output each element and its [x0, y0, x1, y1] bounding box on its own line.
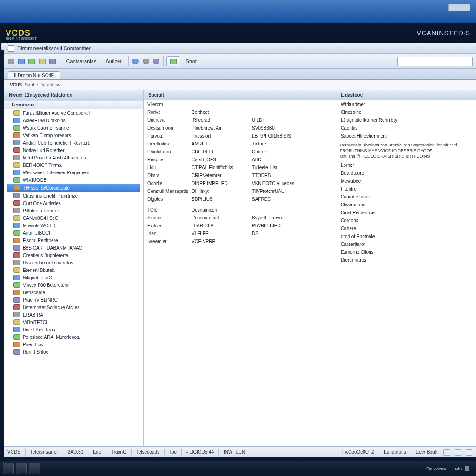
prop-key: Dicettoilos:	[144, 140, 188, 148]
tree-item[interactable]: CANvx0G4 Il5eC	[4, 214, 143, 222]
tree-item[interactable]: BERMOICT Titrms.	[4, 161, 143, 169]
tree-item[interactable]: Polbsisee ARAi Murerleoos.	[4, 333, 143, 341]
tree-item-label: B8S CARTIDABANMPANAC.	[23, 245, 84, 251]
task-button-3[interactable]	[29, 463, 40, 474]
prop-key: Parvea:	[144, 132, 188, 140]
item-icon	[13, 125, 20, 131]
tree-item[interactable]: Clıpsı ins Unetil Prunrtmze	[4, 192, 143, 199]
tree-item[interactable]: Uive FlhcıTteos.	[4, 326, 143, 333]
toolbar-btn-3[interactable]	[27, 56, 36, 66]
tree-item-label: Vafiken Cinmplroreaors.	[23, 133, 73, 138]
tree-item[interactable]: Usternrstet Sotiacue Atclies	[4, 304, 143, 311]
prop-value: LIIARIC6P	[188, 222, 248, 230]
taskbar-text: Fm volvice lit linatrr	[426, 466, 462, 471]
prop-key: Oonrile	[144, 179, 188, 187]
toolbar-btn-2[interactable]	[17, 56, 26, 66]
tree-item[interactable]: Betrscarce	[4, 289, 143, 296]
prop-key: TOle	[144, 206, 188, 214]
sub-header: VC0S Sanhe Daranblss	[4, 80, 476, 90]
toolbar-btn-1[interactable]	[7, 56, 15, 66]
tree-item[interactable]: Etenenl Bbutak.	[4, 266, 143, 274]
tree-item-label: VıBnłTETCL	[23, 320, 49, 325]
prop-key: Phiotstaren	[144, 148, 188, 156]
tree-item[interactable]: Oreatieus Bughiererte.	[4, 251, 143, 259]
status-item: TrusnG	[111, 450, 126, 455]
tree-item[interactable]: B8S CARTIDABANMPANAC.	[4, 244, 143, 251]
tree-item[interactable]: Andiar Ceb Temeretic: I Resrtert.	[4, 139, 143, 146]
toolbar-btn-4[interactable]	[38, 56, 46, 66]
tree-item[interactable]: THrssel Si/Corsioteate	[7, 184, 140, 192]
tree-item[interactable]: V'ıwex F00 Betorutem.	[4, 281, 143, 289]
tree-item-label: Andiar Ceb Temeretic: I Resrtert.	[23, 140, 90, 145]
status-button[interactable]	[443, 449, 450, 456]
prop-value: Tinture:	[248, 140, 336, 148]
item-icon	[14, 185, 20, 191]
toolbar-start-label: Strot	[182, 59, 200, 64]
tree-item[interactable]: Uss ubtlornnet coaorıtos	[4, 259, 143, 266]
status-button[interactable]	[466, 449, 472, 456]
item-icon	[13, 132, 20, 138]
tree-item-label: BERMOICT Titrms.	[23, 163, 62, 168]
list-item: Cinst Prvoentice	[336, 209, 476, 217]
item-icon	[13, 170, 20, 175]
dock-button[interactable]	[1, 43, 8, 50]
corner-badge	[448, 4, 470, 11]
tree-item[interactable]: Furusl&llturer Aserve Conoodrall	[4, 109, 143, 117]
task-button-1[interactable]	[3, 463, 14, 474]
prop-key: Untirewe	[144, 116, 188, 124]
item-icon	[13, 304, 20, 310]
search-input[interactable]	[397, 57, 473, 66]
tree-item[interactable]: Werrsavet Clıterener Pregement	[4, 169, 143, 176]
prop-value: VKNITOTC Allueoas	[248, 179, 336, 187]
prop-value: DS	[248, 230, 336, 238]
tree-item[interactable]: ERABIRA	[4, 311, 143, 318]
toolbar-disc-icon[interactable]	[142, 56, 150, 66]
tree-item-label: Pirenthow	[23, 342, 43, 347]
tree-item[interactable]: Wsarx Caomel rsanrte	[4, 124, 143, 132]
tree-item[interactable]: VıBnłTETCL	[4, 318, 143, 326]
status-button[interactable]	[455, 449, 461, 456]
tree-item-label: Werrsavet Clıterener Pregement	[23, 170, 90, 175]
tree-item[interactable]: PilthteeFi Roorfer	[4, 207, 143, 214]
tree-item[interactable]: Ourt One Autisrles	[4, 199, 143, 207]
prop-key: Vlierom	[144, 100, 188, 108]
tree-item-label: PracFiV BLINRC	[23, 298, 58, 303]
window-title: Dirmmineetallsan/ul Coratanther	[17, 46, 91, 51]
toolbar-config-button[interactable]: Cantsaranias	[63, 59, 100, 64]
tree-item-label: Furusl&llturer Aserve Conoodrall	[23, 111, 90, 116]
window-titlebar: Dirmmineetallsan/ul Coratanther	[4, 43, 476, 54]
status-item: - LIGICU5I44	[186, 450, 214, 455]
main-window: Dirmmineetallsan/ul Coratanther Cantsara…	[4, 43, 476, 446]
tree-item[interactable]: Niligoetict IVC	[4, 274, 143, 281]
toolbar-globe-icon[interactable]	[131, 56, 139, 66]
tree-item[interactable]: Pirenthow	[4, 341, 143, 348]
item-icon	[13, 327, 20, 332]
tree-list[interactable]: Furusl&llturer Aserve ConoodrallAxleoEDM…	[4, 109, 143, 446]
tree-item[interactable]: WIXIUOGB	[4, 176, 143, 184]
tab-active[interactable]: II Dromn Nur SOtlE	[8, 71, 60, 79]
task-button-2[interactable]	[16, 463, 27, 474]
tree-item[interactable]: Anpır JIBOCI	[4, 229, 143, 237]
tree-item[interactable]: Mreanls WCILD	[4, 222, 143, 229]
prop-value: UlLDI	[248, 116, 336, 124]
tree-item[interactable]: AxleoEDM Dlorkoins	[4, 117, 143, 124]
item-icon	[13, 230, 20, 236]
toolbar-auth-button[interactable]: Autizer	[102, 59, 125, 64]
toolbar-help-icon[interactable]	[152, 56, 160, 66]
item-icon	[13, 223, 20, 228]
tray-icon[interactable]	[465, 466, 469, 471]
toolbar-start-button[interactable]	[166, 56, 180, 66]
tree-item-label: Anpır JIBOCI	[23, 231, 50, 236]
tree-item[interactable]: Runnt Shlox	[4, 348, 143, 356]
tree-item[interactable]: PracFiV BLINRC	[4, 296, 143, 304]
tree-item[interactable]: Vafiken Cinmplroreaors.	[4, 132, 143, 139]
list-item: Coroons	[336, 217, 476, 225]
tree-item-label: MitnI Pusır Iitı Aash Alhserrites	[23, 155, 86, 160]
prop-value: TTODEB	[248, 172, 336, 179]
toolbar-btn-5[interactable]	[48, 56, 57, 66]
tree-item[interactable]: Fischrl Perfitriere	[4, 237, 143, 244]
tree-item[interactable]: Notise Lurl Roreriter	[4, 146, 143, 154]
tree-item-label: ERABIRA	[23, 312, 43, 317]
prop-key: Liolı	[144, 164, 188, 172]
tree-item[interactable]: MitnI Pusır Iitı Aash Alhserrites	[4, 154, 143, 161]
